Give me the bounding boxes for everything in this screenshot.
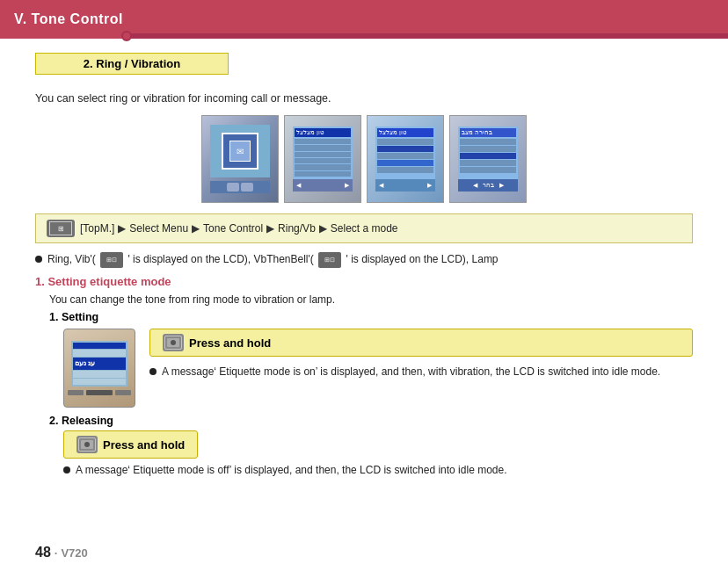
- nav-breadcrumb: ⊞ [TopM.] ▶ Select Menu ▶ Tone Control ▶…: [35, 213, 693, 243]
- phone-image-1: ✉: [201, 115, 279, 203]
- press-hold-label-1: Press and hold: [189, 336, 271, 350]
- phone-image-4: בחירה מצב ◀ בחר ▶: [449, 115, 527, 203]
- vbthenbell-icon: ⊞⊡: [318, 252, 341, 268]
- svg-rect-4: [81, 440, 93, 449]
- vib-icon: ⊞⊡: [100, 252, 123, 268]
- nav-arrow-1: ▶: [118, 222, 126, 235]
- setting-message-1: A message‘ Etiquette mode is on’ is disp…: [149, 365, 693, 378]
- page-header: V. Tone Control: [0, 0, 728, 39]
- nav-arrow-2: ▶: [192, 222, 200, 235]
- press-hold-icon-2: [76, 436, 98, 453]
- topm-icon: ⊞: [47, 220, 75, 237]
- setting-etiquette-subtext: You can change the tone from ring mode t…: [49, 293, 693, 306]
- nav-arrow-4: ▶: [319, 222, 327, 235]
- svg-rect-0: [165, 336, 181, 349]
- press-hold-label-2: Press and hold: [103, 438, 185, 452]
- bullet-dot-1: [35, 256, 42, 263]
- releasing-section: 2. Releasing Press and hold A message‘ E…: [49, 415, 693, 476]
- header-dot: [121, 31, 132, 41]
- ring-vib-bullet: Ring, Vib'( ⊞⊡ ' is displayed on the LCD…: [35, 252, 693, 268]
- releasing-message-text: A message‘ Etiquette mode is off’ is dis…: [76, 464, 507, 476]
- nav-arrow-3: ▶: [266, 222, 274, 235]
- main-content: 2. Ring / Vibration You can select ring …: [0, 39, 728, 490]
- svg-point-5: [84, 442, 90, 447]
- header-line: [123, 33, 728, 39]
- ring-vib-text-end: ' is displayed on the LCD), Lamp: [346, 253, 499, 265]
- phone-image-2: טון מצלצל ◀ ▶: [284, 115, 361, 203]
- section-title-box: 2. Ring / Vibration: [35, 53, 693, 83]
- setting-sub-heading: 1. Setting: [49, 311, 693, 323]
- section-title: 2. Ring / Vibration: [35, 53, 229, 75]
- setting-right-1: Press and hold A message‘ Etiquette mode…: [149, 329, 693, 378]
- msg-bullet-dot-2: [63, 466, 70, 473]
- press-hold-button-1[interactable]: Press and hold: [149, 329, 693, 357]
- setting-message-text-1: A message‘ Etiquette mode is on’ is disp…: [162, 365, 660, 378]
- nav-item-topm: [TopM.]: [80, 222, 114, 235]
- nav-item-select-mode: Select a mode: [331, 222, 398, 235]
- footer-separator: ·: [55, 546, 58, 560]
- releasing-message: A message‘ Etiquette mode is off’ is dis…: [63, 464, 693, 476]
- intro-text: You can select ring or vibration for inc…: [35, 92, 693, 105]
- ring-vib-text-start: Ring, Vib'(: [47, 253, 96, 265]
- page-number: 48: [35, 545, 51, 560]
- svg-rect-3: [79, 438, 95, 451]
- svg-point-2: [171, 340, 176, 345]
- footer-model: V720: [61, 546, 87, 560]
- page-footer: 48 · V720: [35, 545, 88, 560]
- header-title: V. Tone Control: [14, 11, 123, 27]
- svg-rect-1: [167, 338, 179, 347]
- releasing-heading: 2. Releasing: [49, 415, 693, 427]
- phone-images-row: ✉ טון מצלצל: [35, 115, 693, 203]
- nav-item-tone-control: Tone Control: [203, 222, 263, 235]
- nav-item-select-menu: Select Menu: [129, 222, 188, 235]
- setting-etiquette-heading: 1. Setting etiquette mode: [35, 275, 693, 288]
- ring-vib-text-mid: ' is displayed on the LCD), VbThenBell'(: [127, 253, 313, 265]
- phone-image-3: טון מצלצל ◀ ▶: [367, 115, 444, 203]
- phone-thumb-1: עג נעם: [63, 329, 135, 408]
- setting-row-1: עג נעם Press and: [63, 329, 693, 408]
- msg-bullet-dot-1: [149, 368, 157, 375]
- nav-item-ringvb: Ring/Vb: [278, 222, 316, 235]
- press-hold-icon-1: [163, 334, 184, 351]
- press-hold-button-2[interactable]: Press and hold: [63, 430, 198, 459]
